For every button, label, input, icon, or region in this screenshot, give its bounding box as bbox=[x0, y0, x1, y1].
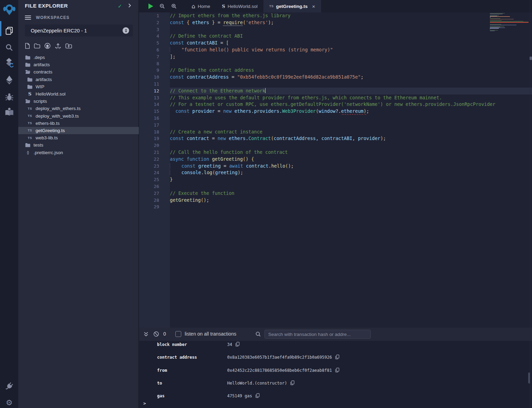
typescript-file-icon: TS bbox=[269, 4, 274, 8]
tree-item-artifacts[interactable]: artifacts bbox=[18, 76, 139, 83]
code-line-3[interactable]: 3 bbox=[139, 26, 532, 33]
tab-helloworld-sol[interactable]: SHelloWorld.sol bbox=[216, 0, 263, 12]
tx-detail-label: from bbox=[157, 368, 227, 373]
tx-detail-row-to: toHelloWorld.(constructor) bbox=[139, 379, 532, 392]
code-text: // Define the contract address bbox=[170, 67, 532, 74]
rail-item-settings[interactable]: ⚙ bbox=[0, 397, 18, 408]
tab-label: getGreeting.ts bbox=[276, 4, 308, 9]
tree-item-ethers-lib-ts[interactable]: TSethers-lib.ts bbox=[18, 120, 139, 127]
editor-region: ⌂HomeSHelloWorld.solTSgetGreeting.ts× 1/… bbox=[139, 0, 532, 328]
upload-file-icon[interactable] bbox=[55, 43, 61, 49]
line-number: 5 bbox=[139, 40, 170, 47]
workspaces-menu-icon[interactable] bbox=[25, 16, 31, 20]
code-line-28[interactable]: 28getGreeting(); bbox=[139, 197, 532, 204]
new-folder-icon[interactable] bbox=[34, 43, 40, 49]
listen-transactions-label[interactable]: listen on all transactions bbox=[185, 331, 236, 337]
tree-item-web3-lib-ts[interactable]: TSweb3-lib.ts bbox=[18, 134, 139, 141]
code-line-1[interactable]: 1// Import ethers from the ethers.js lib… bbox=[139, 12, 532, 19]
code-line-26[interactable]: 26 bbox=[139, 183, 532, 190]
code-line-6[interactable]: 6 "function hello() public view returns … bbox=[139, 47, 532, 53]
zoom-in-icon[interactable] bbox=[171, 3, 177, 9]
line-number: 2 bbox=[139, 19, 170, 26]
tab-home[interactable]: ⌂Home bbox=[186, 0, 216, 12]
rail-item-file-explorer[interactable] bbox=[0, 24, 18, 37]
tree-item-label: scripts bbox=[33, 99, 47, 104]
code-line-2[interactable]: 2const { ethers } = require('ethers'); bbox=[139, 19, 532, 26]
expand-terminal-icon[interactable] bbox=[143, 331, 149, 337]
line-number: 13 bbox=[139, 94, 170, 101]
code-line-11[interactable]: 11 bbox=[139, 81, 532, 88]
code-text: // This example uses the default provide… bbox=[170, 94, 532, 101]
tab-getgreeting-ts[interactable]: TSgetGreeting.ts× bbox=[263, 0, 321, 12]
chevron-right-icon[interactable] bbox=[128, 3, 131, 9]
terminal-prompt[interactable]: > bbox=[143, 401, 146, 406]
rail-item-search[interactable] bbox=[0, 41, 18, 54]
rail-item-debugger[interactable] bbox=[0, 90, 18, 103]
copy-icon[interactable] bbox=[290, 380, 294, 385]
code-line-19[interactable]: 19const contract = new ethers.Contract(c… bbox=[139, 135, 532, 142]
line-number: 11 bbox=[139, 81, 170, 88]
tree-item-tests[interactable]: tests bbox=[18, 141, 139, 149]
code-line-5[interactable]: 5const contractABI = [ bbox=[139, 40, 532, 47]
minimap[interactable] bbox=[490, 13, 529, 32]
code-line-23[interactable]: 23 const greeting = await contract.hello… bbox=[139, 163, 532, 170]
page-scrollbar[interactable] bbox=[530, 0, 532, 408]
code-line-18[interactable]: 18// Create a new contract instance bbox=[139, 129, 532, 136]
rail-item-plugin-manager[interactable] bbox=[0, 381, 18, 392]
code-line-7[interactable]: 7]; bbox=[139, 53, 532, 60]
code-line-29[interactable]: 29 bbox=[139, 203, 532, 210]
rail-item-deploy-run[interactable] bbox=[0, 73, 18, 87]
code-line-14[interactable]: 14// For a testnet or custom RPC, use et… bbox=[139, 101, 532, 108]
code-line-15[interactable]: 15 const provider = new ethers.providers… bbox=[139, 108, 532, 115]
checkmark-icon[interactable]: ✓ bbox=[118, 3, 122, 9]
code-line-10[interactable]: 10const contractAddress = "0xb54febb5c0c… bbox=[139, 74, 532, 81]
tree-item-helloworld-sol[interactable]: SHelloWorld.sol bbox=[18, 90, 139, 98]
tree-item-contracts[interactable]: contracts bbox=[18, 68, 139, 76]
code-line-25[interactable]: 25} bbox=[139, 176, 532, 183]
copy-icon[interactable] bbox=[335, 355, 339, 359]
code-line-9[interactable]: 9// Define the contract address bbox=[139, 67, 532, 74]
terminal-search-input[interactable] bbox=[264, 330, 371, 339]
new-file-icon[interactable] bbox=[25, 43, 30, 49]
page-scrollbar-handle[interactable] bbox=[530, 57, 532, 60]
code-line-12[interactable]: 12// Connect to the Ethereum network bbox=[139, 88, 532, 94]
code-editor[interactable]: 1// Import ethers from the ethers.js lib… bbox=[139, 12, 532, 210]
tree-item--deps[interactable]: .deps bbox=[18, 54, 139, 61]
listen-transactions-checkbox[interactable] bbox=[175, 331, 181, 337]
copy-icon[interactable] bbox=[255, 393, 260, 398]
code-line-4[interactable]: 4// Define the contract ABI bbox=[139, 33, 532, 40]
tree-item-scripts[interactable]: scripts bbox=[18, 98, 139, 105]
tree-item-label: artifacts bbox=[33, 62, 50, 67]
clear-console-icon[interactable] bbox=[153, 331, 159, 337]
zoom-out-icon[interactable] bbox=[159, 3, 165, 9]
code-line-16[interactable]: 16 bbox=[139, 115, 532, 122]
copy-icon[interactable] bbox=[335, 368, 339, 372]
rail-item-remix-logo[interactable] bbox=[0, 3, 18, 16]
rail-item-solidity-unit-testing[interactable] bbox=[0, 105, 18, 118]
code-text: // Create a new contract instance bbox=[170, 129, 532, 136]
tx-detail-label: block number bbox=[157, 342, 227, 347]
run-script-button[interactable] bbox=[148, 3, 153, 9]
workspace-select[interactable]: OpenZeppelin ERC20 - 1 bbox=[25, 24, 133, 37]
rail-item-solidity-compiler[interactable] bbox=[0, 57, 18, 70]
line-number: 15 bbox=[139, 108, 170, 115]
tree-item-getgreeting-ts[interactable]: TSgetGreeting.ts bbox=[18, 127, 139, 134]
upload-folder-icon[interactable] bbox=[65, 43, 72, 49]
close-tab-icon[interactable]: × bbox=[312, 3, 315, 9]
tree-item-artifacts[interactable]: artifacts bbox=[18, 61, 139, 68]
code-line-17[interactable]: 17 bbox=[139, 122, 532, 129]
code-line-21[interactable]: 21// Call the hello function of the cont… bbox=[139, 149, 532, 156]
tree-item--prettierrc-json[interactable]: {}.prettierrc.json bbox=[18, 149, 139, 156]
publish-to-gist-icon[interactable] bbox=[44, 43, 51, 49]
tree-item-deploy-with-ethers-ts[interactable]: TSdeploy_with_ethers.ts bbox=[18, 105, 139, 112]
code-line-20[interactable]: 20 bbox=[139, 142, 532, 149]
code-line-8[interactable]: 8 bbox=[139, 60, 532, 67]
tree-item-deploy-with-web3-ts[interactable]: TSdeploy_with_web3.ts bbox=[18, 112, 139, 120]
code-line-22[interactable]: 22async function getGreeting() { bbox=[139, 156, 532, 163]
code-line-24[interactable]: 24 console.log(greeting); bbox=[139, 169, 532, 176]
line-number: 6 bbox=[139, 47, 170, 53]
code-line-27[interactable]: 27// Execute the function bbox=[139, 190, 532, 197]
tree-item-wip[interactable]: WIP bbox=[18, 83, 139, 90]
copy-icon[interactable] bbox=[235, 342, 240, 347]
code-line-13[interactable]: 13// This example uses the default provi… bbox=[139, 94, 532, 101]
